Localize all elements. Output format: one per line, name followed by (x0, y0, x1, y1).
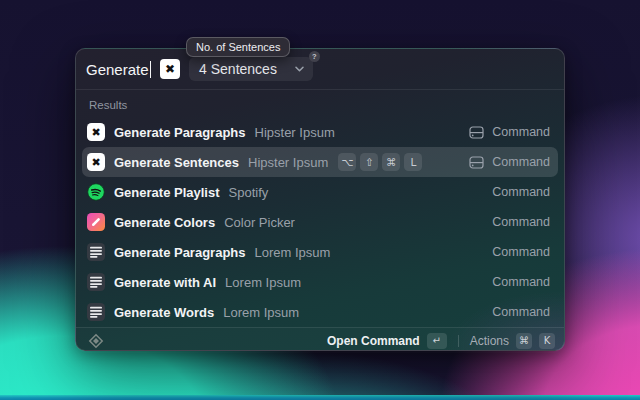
lorem-text-icon (87, 303, 105, 321)
shortcut-key: ⇧ (360, 153, 378, 171)
list-item[interactable]: Generate Paragraphs Lorem Ipsum Command (82, 237, 558, 267)
actions-button[interactable]: Actions ⌘ K (470, 333, 555, 349)
hipster-ipsum-extension-icon: ✖ (160, 59, 180, 79)
row-accessory: Command (469, 155, 550, 169)
paragraph-lines-icon (90, 246, 102, 258)
drive-icon (469, 156, 484, 169)
help-badge: ? (309, 51, 320, 62)
result-type-label: Command (492, 125, 550, 139)
list-item[interactable]: Generate Playlist Spotify Command (82, 177, 558, 207)
result-title: Generate with AI (114, 275, 216, 290)
list-item[interactable]: Generate Colors Color Picker Command (82, 207, 558, 237)
search-bar: Generate ✖ 4 Sentences ? (76, 49, 564, 90)
results-section-label: Results (76, 90, 564, 117)
result-title: Generate Sentences (114, 155, 239, 170)
list-item[interactable]: ✖ Generate Paragraphs Hipster Ipsum Comm… (82, 117, 558, 147)
x-mark-icon: ✖ (87, 153, 105, 171)
result-type-label: Command (492, 305, 550, 319)
lorem-text-icon (87, 273, 105, 291)
row-accessory: Command (492, 215, 550, 229)
result-subtitle: Hipster Ipsum (248, 155, 328, 170)
result-subtitle: Lorem Ipsum (255, 245, 331, 260)
row-accessory: Command (492, 305, 550, 319)
launcher-window: Generate ✖ 4 Sentences ? Results ✖ Gener… (75, 48, 565, 351)
search-input[interactable]: Generate (86, 61, 151, 78)
result-subtitle: Lorem Ipsum (225, 275, 301, 290)
text-caret (150, 61, 152, 78)
x-mark-icon: ✖ (87, 123, 105, 141)
result-title: Generate Words (114, 305, 214, 320)
result-subtitle: Hipster Ipsum (255, 125, 335, 140)
shortcut-keys: ⌥⇧⌘L (338, 153, 422, 171)
result-type-label: Command (492, 155, 550, 169)
list-item[interactable]: Generate Words Lorem Ipsum Command (82, 297, 558, 327)
search-query-text: Generate (86, 61, 149, 78)
color-picker-icon (87, 213, 105, 231)
spotify-icon (87, 183, 105, 201)
list-item[interactable]: ✖ Generate Sentences Hipster Ipsum ⌥⇧⌘L … (82, 147, 558, 177)
wallpaper-bottom-band (0, 395, 640, 400)
result-type-label: Command (492, 245, 550, 259)
result-title: Generate Playlist (114, 185, 220, 200)
result-subtitle: Spotify (229, 185, 269, 200)
k-key-badge: K (539, 333, 555, 349)
x-mark-icon: ✖ (91, 157, 100, 168)
result-subtitle: Color Picker (224, 215, 295, 230)
open-command-button[interactable]: Open Command ↵ (327, 333, 447, 349)
sentences-count-dropdown[interactable]: 4 Sentences ? (189, 57, 313, 81)
pen-icon (90, 216, 102, 228)
shortcut-key: L (404, 153, 422, 171)
row-accessory: Command (492, 245, 550, 259)
result-type-label: Command (492, 275, 550, 289)
result-title: Generate Paragraphs (114, 245, 246, 260)
shortcut-key: ⌘ (382, 153, 400, 171)
lorem-text-icon (87, 243, 105, 261)
open-command-label: Open Command (327, 334, 420, 348)
result-title: Generate Colors (114, 215, 215, 230)
spotify-icon (87, 183, 105, 201)
paragraph-lines-icon (90, 276, 102, 288)
row-accessory: Command (469, 125, 550, 139)
result-title: Generate Paragraphs (114, 125, 246, 140)
shortcut-key: ⌥ (338, 153, 356, 171)
raycast-logo-icon (88, 333, 104, 349)
footer-divider (458, 335, 459, 347)
cmd-key-badge: ⌘ (516, 333, 532, 349)
drive-icon (469, 126, 484, 139)
enter-key-badge: ↵ (427, 333, 447, 349)
row-accessory: Command (492, 275, 550, 289)
x-mark-icon: ✖ (165, 63, 175, 75)
actions-label: Actions (470, 334, 509, 348)
dropdown-selected-value: 4 Sentences (199, 61, 277, 77)
list-item[interactable]: Generate with AI Lorem Ipsum Command (82, 267, 558, 297)
dropdown-tooltip: No. of Sentences (186, 37, 290, 57)
paragraph-lines-icon (90, 306, 102, 318)
result-type-label: Command (492, 185, 550, 199)
footer-bar: Open Command ↵ Actions ⌘ K (76, 327, 564, 353)
result-type-label: Command (492, 215, 550, 229)
result-subtitle: Lorem Ipsum (223, 305, 299, 320)
row-accessory: Command (492, 185, 550, 199)
chevron-down-icon (295, 66, 304, 72)
results-list: ✖ Generate Paragraphs Hipster Ipsum Comm… (76, 117, 564, 327)
x-mark-icon: ✖ (91, 127, 100, 138)
